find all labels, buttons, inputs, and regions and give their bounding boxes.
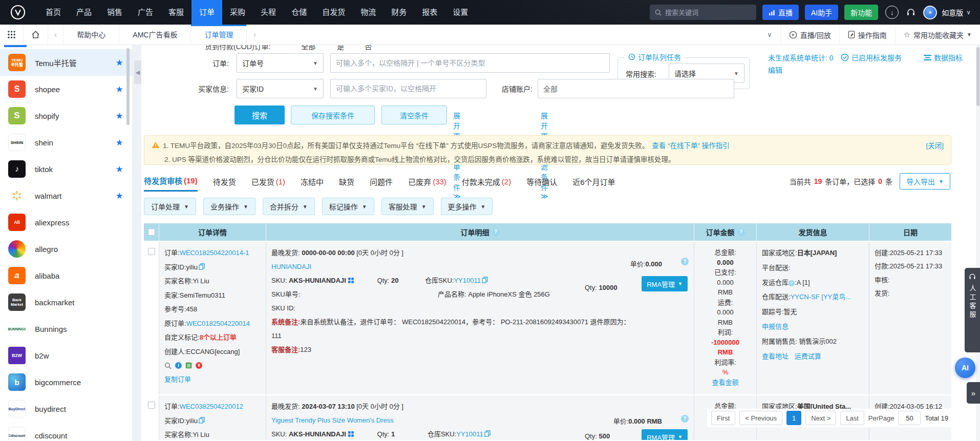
copy-order-link[interactable]: 复制订单 — [164, 375, 191, 383]
menu-selfship[interactable]: 自发货 — [314, 0, 353, 25]
sidebar-scrollbar[interactable] — [126, 48, 130, 125]
tab-shipped[interactable]: 已发货(1) — [251, 171, 285, 192]
tab-to-ship[interactable]: 待发货 — [213, 171, 236, 192]
cod-option-yes[interactable]: 是 — [337, 45, 344, 51]
tab-frozen[interactable]: 冻结中 — [301, 171, 324, 192]
select-all-checkbox[interactable] — [148, 228, 155, 236]
sidebar-item-bunnings[interactable]: BUNNINGS Bunnings — [0, 316, 132, 342]
main-scrollbar-thumb[interactable] — [976, 47, 979, 106]
sheet-icon[interactable] — [185, 362, 192, 369]
expand-panel-button[interactable]: » — [967, 382, 980, 404]
warehouse-sku-link[interactable]: YY10011 — [454, 277, 481, 284]
live-replay-link[interactable]: 直播/回放 — [780, 25, 839, 45]
tab-last-6-months[interactable]: 近6个月订单 — [572, 171, 615, 192]
business-ops-dropdown[interactable]: 业务操作▼ — [203, 198, 255, 215]
tab-out-of-stock[interactable]: 缺货 — [339, 171, 354, 192]
warehouse-sku-link[interactable]: YY10011 — [456, 430, 483, 438]
menu-sales[interactable]: 销售 — [99, 0, 130, 25]
order-type-select[interactable]: 订单号 ▼ — [237, 53, 324, 73]
tabs-dropdown-icon[interactable]: ∨ — [759, 31, 780, 38]
page-next-button[interactable]: Next > — [805, 411, 836, 425]
favorite-star-icon[interactable] — [115, 84, 124, 95]
buyer-type-select[interactable]: 买家ID ▼ — [237, 79, 324, 98]
menu-firstleg[interactable]: 头程 — [253, 0, 284, 25]
order-number-link[interactable]: WEC0382504220012 — [180, 403, 243, 410]
order-process-dropdown[interactable]: 订单处理▼ — [144, 198, 196, 215]
version-label[interactable]: 如意版 — [942, 7, 963, 17]
notice-close-link[interactable]: [关闭] — [926, 140, 944, 150]
multi-sku-icon[interactable] — [348, 278, 354, 283]
declaration-info-link[interactable]: 申报信息 — [762, 323, 789, 330]
app-grid-icon[interactable] — [0, 30, 23, 39]
customer-service-dropdown[interactable]: 客服处理▼ — [381, 198, 434, 215]
shop-account-input[interactable] — [538, 79, 734, 98]
help-icon[interactable]: ? — [681, 415, 689, 423]
sidebar-item-alibaba[interactable]: a alibaba — [0, 262, 132, 289]
sidebar-item-walmart[interactable]: walmart — [0, 182, 132, 209]
menu-warehouse[interactable]: 仓储 — [284, 0, 314, 25]
live-button[interactable]: 直播 — [762, 5, 799, 20]
favorite-star-icon[interactable] — [115, 137, 124, 148]
mark-ops-dropdown[interactable]: 标记操作▼ — [322, 198, 374, 215]
menu-finance[interactable]: 财务 — [384, 0, 414, 25]
global-search[interactable] — [650, 5, 756, 20]
guide-link[interactable]: 操作指南 — [839, 25, 895, 45]
menu-ads[interactable]: 广告 — [130, 0, 161, 25]
order-queue-task-link[interactable]: 订单队列任务 — [625, 52, 685, 62]
sidebar-item-bigcommerce[interactable]: b bigcommerce — [0, 369, 132, 395]
tab-pending-review[interactable]: 待发货审核(19) — [144, 171, 198, 192]
menu-purchase[interactable]: 采购 — [222, 0, 253, 25]
sidebar-item-shopify[interactable]: S shopify — [0, 102, 132, 129]
merge-split-dropdown[interactable]: 合并拆分▼ — [263, 198, 315, 215]
order-number-input[interactable] — [330, 53, 610, 73]
view-amount-link[interactable]: 查看金额 — [712, 379, 738, 386]
multi-sku-icon[interactable] — [348, 431, 354, 437]
sidebar-item-shein[interactable]: SHEIN shein — [0, 129, 132, 156]
view-detail-icon[interactable] — [164, 362, 172, 369]
cod-option-all[interactable]: 全部 — [301, 45, 315, 51]
favorite-star-icon[interactable] — [115, 57, 124, 68]
copy-icon[interactable] — [199, 417, 205, 424]
sidebar-item-allegro[interactable]: allegro — [0, 236, 132, 262]
help-icon[interactable]: ? — [492, 228, 500, 236]
copy-icon[interactable] — [484, 430, 491, 437]
info-icon[interactable]: i — [175, 362, 182, 369]
download-icon[interactable]: ↓ — [885, 6, 899, 19]
menu-settings[interactable]: 设置 — [445, 0, 476, 25]
headset-icon[interactable] — [906, 7, 916, 17]
favorite-star-icon[interactable] — [115, 191, 124, 201]
sidebar-item-tiktok[interactable]: ♪ tiktok — [0, 156, 132, 182]
notice-guide-link[interactable]: 查看 “在线下单” 操作指引 — [652, 140, 730, 150]
tabs-scroll-right-icon[interactable]: › — [247, 30, 262, 39]
page-first-button[interactable]: First — [711, 411, 735, 425]
sidebar-item-aliexpress[interactable]: Ali aliexpress — [0, 209, 132, 236]
version-caret-icon[interactable]: ∨ — [966, 9, 971, 16]
sidebar-item-temu[interactable]: TEMU半托管 Temu半托管 — [0, 49, 132, 76]
cod-option-no[interactable]: 否 — [365, 45, 372, 51]
help-icon[interactable]: ? — [789, 280, 795, 286]
tab-help-center[interactable]: 帮助中心 — [63, 25, 119, 45]
edit-link[interactable]: 编辑 — [768, 65, 782, 75]
perpage-input[interactable] — [898, 411, 921, 425]
view-address-link[interactable]: 查看地址 — [762, 352, 789, 360]
copy-icon[interactable] — [199, 263, 205, 270]
rma-manage-button[interactable]: RMA管理▼ — [642, 276, 688, 291]
new-feature-button[interactable]: 新功能 — [844, 5, 878, 20]
tab-discarded[interactable]: 已废弃(33) — [408, 171, 446, 192]
sidebar-item-shopee[interactable]: S shopee — [0, 76, 132, 102]
clear-conditions-button[interactable]: 清空条件 — [381, 106, 447, 124]
save-search-button[interactable]: 保存搜索条件 — [291, 106, 375, 124]
menu-product[interactable]: 产品 — [69, 0, 99, 25]
tab-problem[interactable]: 问题件 — [370, 171, 393, 192]
global-search-input[interactable] — [665, 9, 742, 16]
search-button[interactable]: 搜索 — [235, 106, 285, 124]
menu-home[interactable]: 首页 — [38, 0, 69, 25]
copy-icon[interactable] — [482, 277, 488, 283]
menu-reports[interactable]: 报表 — [414, 0, 445, 25]
ai-assistant-button[interactable]: AI助手 — [805, 5, 838, 20]
help-icon[interactable]: ? — [681, 258, 689, 265]
sidebar-item-backmarket[interactable]: Back Market backmarket — [0, 289, 132, 316]
tab-order-management[interactable]: 订单管理 — [191, 25, 247, 45]
favorite-star-icon[interactable] — [115, 111, 124, 121]
favorites-link[interactable]: ☆ 常用功能收藏夹 ▼ — [895, 25, 980, 45]
